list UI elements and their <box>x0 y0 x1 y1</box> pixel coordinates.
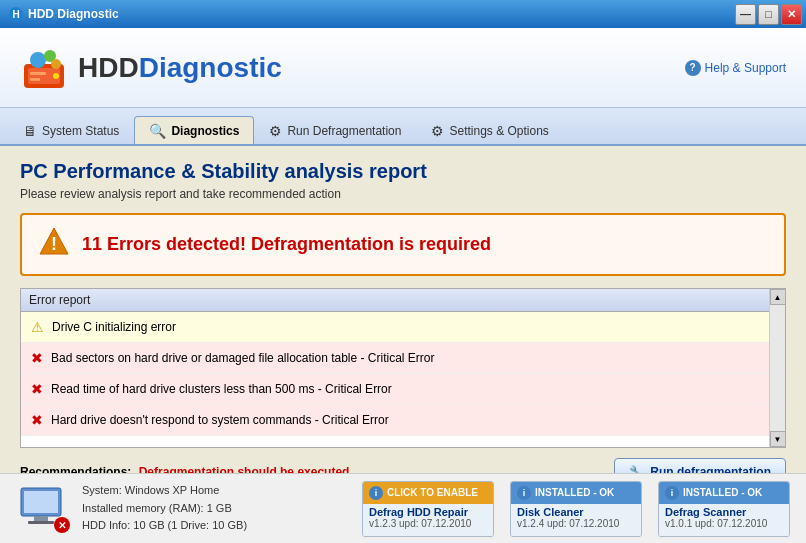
tab-defrag[interactable]: ⚙ Run Defragmentation <box>254 116 416 144</box>
svg-rect-15 <box>28 521 54 524</box>
tab-defrag-label: Run Defragmentation <box>287 124 401 138</box>
plugin-status-1: INSTALLED - OK <box>535 487 614 498</box>
settings-icon: ⚙ <box>431 123 444 139</box>
svg-text:H: H <box>12 9 19 20</box>
logo-icon <box>20 44 68 92</box>
system-label: System: Windows XP Home <box>82 482 346 500</box>
logo-hdd: HDD <box>78 52 139 83</box>
maximize-button[interactable]: □ <box>758 4 779 25</box>
error-banner-text: 11 Errors detected! Defragmentation is r… <box>82 234 491 255</box>
plugin-card-2[interactable]: i INSTALLED - OK Defrag Scanner v1.0.1 u… <box>658 481 790 537</box>
info-icon-0: i <box>369 486 383 500</box>
plugin-version-0: v1.2.3 upd: 07.12.2010 <box>369 518 487 529</box>
info-icon-2: i <box>665 486 679 500</box>
hdd-label: HDD Info: 10 GB (1 Drive: 10 GB) <box>82 517 346 535</box>
scroll-down-button[interactable]: ▼ <box>770 431 786 447</box>
page-title: PC Performance & Stability analysis repo… <box>20 160 786 183</box>
window-controls: — □ ✕ <box>735 4 802 25</box>
error-report-header: Error report <box>21 289 785 312</box>
plugin-card-0[interactable]: i CLICK TO ENABLE Defrag HDD Repair v1.2… <box>362 481 494 537</box>
logo-area: HDDDiagnostic <box>20 44 282 92</box>
app-header: HDDDiagnostic ? Help & Support <box>0 28 806 108</box>
plugin-version-1: v1.2.4 upd: 07.12.2010 <box>517 518 635 529</box>
memory-label: Installed memory (RAM): 1 GB <box>82 500 346 518</box>
svg-rect-13 <box>24 491 58 513</box>
logo-text: HDDDiagnostic <box>78 52 282 84</box>
critical-icon-3: ✖ <box>31 412 43 428</box>
error-report-box: Error report ⚠ Drive C initializing erro… <box>20 288 786 448</box>
page-subtitle: Please review analysis report and take r… <box>20 187 786 201</box>
error-text-3: Hard drive doesn't respond to system com… <box>51 413 389 427</box>
scroll-up-button[interactable]: ▲ <box>770 289 786 305</box>
system-icon-area: ✕ <box>16 486 66 531</box>
minimize-button[interactable]: — <box>735 4 756 25</box>
nav-tabs: 🖥 System Status 🔍 Diagnostics ⚙ Run Defr… <box>0 108 806 146</box>
tab-diagnostics-label: Diagnostics <box>171 124 239 138</box>
window-title: HDD Diagnostic <box>28 7 119 21</box>
svg-rect-14 <box>34 516 48 521</box>
logo-diagnostic: Diagnostic <box>139 52 282 83</box>
main-content: PC Performance & Stability analysis repo… <box>0 146 806 496</box>
plugin-status-2: INSTALLED - OK <box>683 487 762 498</box>
title-bar: H HDD Diagnostic — □ ✕ <box>0 0 806 28</box>
plugin-body-0: Defrag HDD Repair v1.2.3 upd: 07.12.2010 <box>363 504 493 537</box>
plugin-body-1: Disk Cleaner v1.2.4 upd: 07.12.2010 <box>511 504 641 537</box>
plugin-name-0: Defrag HDD Repair <box>369 506 487 518</box>
tab-settings[interactable]: ⚙ Settings & Options <box>416 116 563 144</box>
plugin-header-0: i CLICK TO ENABLE <box>363 482 493 504</box>
bottom-bar: ✕ System: Windows XP Home Installed memo… <box>0 473 806 543</box>
error-item-2: ✖ Read time of hard drive clusters less … <box>21 374 785 405</box>
warning-triangle-icon: ! <box>38 225 70 264</box>
title-bar-left: H HDD Diagnostic <box>8 6 119 22</box>
scrollbar[interactable]: ▲ ▼ <box>769 289 785 447</box>
help-icon: ? <box>685 60 701 76</box>
system-info: System: Windows XP Home Installed memory… <box>82 482 346 535</box>
plugin-status-0: CLICK TO ENABLE <box>387 487 478 498</box>
defrag-icon: ⚙ <box>269 123 282 139</box>
error-item-0: ⚠ Drive C initializing error <box>21 312 785 343</box>
error-text-0: Drive C initializing error <box>52 320 176 334</box>
plugin-body-2: Defrag Scanner v1.0.1 upd: 07.12.2010 <box>659 504 789 537</box>
info-icon-1: i <box>517 486 531 500</box>
plugin-card-1[interactable]: i INSTALLED - OK Disk Cleaner v1.2.4 upd… <box>510 481 642 537</box>
plugin-name-2: Defrag Scanner <box>665 506 783 518</box>
help-label: Help & Support <box>705 61 786 75</box>
tab-settings-label: Settings & Options <box>449 124 548 138</box>
error-item-3: ✖ Hard drive doesn't respond to system c… <box>21 405 785 436</box>
error-text-2: Read time of hard drive clusters less th… <box>51 382 392 396</box>
plugin-name-1: Disk Cleaner <box>517 506 635 518</box>
error-banner: ! 11 Errors detected! Defragmentation is… <box>20 213 786 276</box>
error-text-1: Bad sectors on hard drive or damaged fil… <box>51 351 435 365</box>
warning-icon-0: ⚠ <box>31 319 44 335</box>
close-button[interactable]: ✕ <box>781 4 802 25</box>
plugin-header-2: i INSTALLED - OK <box>659 482 789 504</box>
plugin-version-2: v1.0.1 upd: 07.12.2010 <box>665 518 783 529</box>
error-report-list: ⚠ Drive C initializing error ✖ Bad secto… <box>21 312 785 436</box>
help-support-link[interactable]: ? Help & Support <box>685 60 786 76</box>
tab-system-status[interactable]: 🖥 System Status <box>8 116 134 144</box>
scroll-track <box>770 305 785 431</box>
error-item-1: ✖ Bad sectors on hard drive or damaged f… <box>21 343 785 374</box>
svg-point-7 <box>30 52 46 68</box>
critical-icon-1: ✖ <box>31 350 43 366</box>
svg-rect-6 <box>30 78 40 81</box>
critical-icon-2: ✖ <box>31 381 43 397</box>
error-badge: ✕ <box>54 517 70 533</box>
app-icon: H <box>8 6 24 22</box>
svg-rect-5 <box>30 72 46 75</box>
svg-point-9 <box>51 59 61 69</box>
tab-system-status-label: System Status <box>42 124 119 138</box>
diagnostics-icon: 🔍 <box>149 123 166 139</box>
system-status-icon: 🖥 <box>23 123 37 139</box>
svg-text:!: ! <box>51 234 57 254</box>
plugin-header-1: i INSTALLED - OK <box>511 482 641 504</box>
tab-diagnostics[interactable]: 🔍 Diagnostics <box>134 116 254 144</box>
svg-point-4 <box>53 73 59 79</box>
